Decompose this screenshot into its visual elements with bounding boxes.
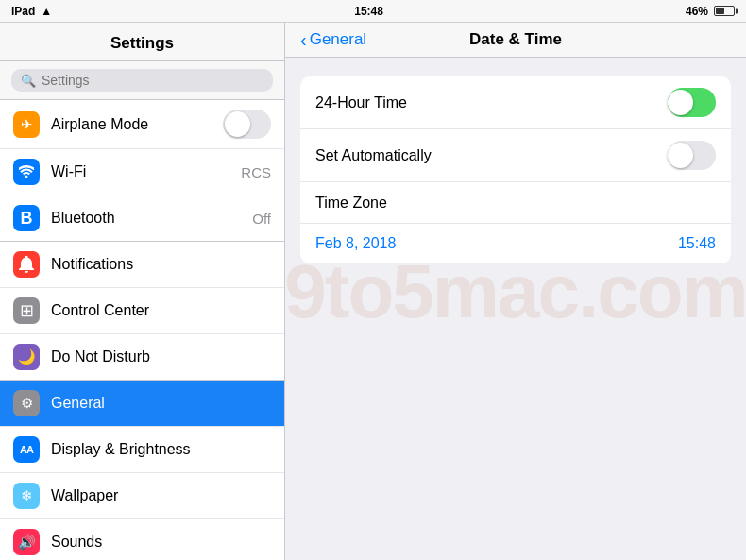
airplane-label: Airplane Mode: [51, 116, 212, 133]
wifi-icon: ▲: [41, 5, 52, 18]
general-icon: ⚙: [13, 390, 40, 416]
search-wrapper[interactable]: 🔍: [11, 69, 273, 92]
dnd-icon: 🌙: [13, 344, 40, 370]
sidebar-section-system: ⚙ General AA Display & Brightness ❄ Wall…: [0, 381, 284, 560]
sounds-icon: 🔊: [13, 529, 40, 555]
sidebar-section-alerts: Notifications ⊞ Control Center 🌙 Do Not …: [0, 242, 284, 381]
sounds-label: Sounds: [51, 534, 271, 551]
bluetooth-label: Bluetooth: [51, 210, 241, 227]
content-panel: 9to5mac.com ‹ General Date & Time 24-Hou…: [285, 23, 746, 560]
content-rows: 24-Hour Time Set Automatically Time Zone: [300, 76, 731, 282]
back-label: General: [310, 30, 366, 49]
sidebar-item-control[interactable]: ⊞ Control Center: [0, 288, 284, 334]
search-input[interactable]: [42, 73, 263, 88]
auto-toggle-knob: [668, 143, 693, 168]
status-bar: iPad ▲ 15:48 46%: [0, 0, 746, 23]
main-layout: Settings 🔍 ✈ Airplane Mode: [0, 23, 746, 560]
24hour-label: 24-Hour Time: [315, 94, 668, 111]
wifi-label: Wi-Fi: [51, 163, 229, 180]
date-time-row: Feb 8, 2018 15:48: [300, 224, 731, 263]
sidebar: Settings 🔍 ✈ Airplane Mode: [0, 23, 285, 560]
sidebar-item-notifications[interactable]: Notifications: [0, 242, 284, 288]
status-time: 15:48: [354, 5, 383, 18]
24hour-toggle[interactable]: [668, 88, 716, 117]
search-bar: 🔍: [0, 61, 284, 100]
row-auto: Set Automatically: [300, 129, 731, 182]
sidebar-item-wallpaper[interactable]: ❄ Wallpaper: [0, 473, 284, 519]
control-icon: ⊞: [13, 297, 40, 324]
airplane-icon: ✈: [13, 111, 40, 138]
sidebar-section-connectivity: ✈ Airplane Mode Wi-Fi RCS: [0, 100, 284, 242]
wallpaper-icon: ❄: [13, 483, 40, 509]
sidebar-item-dnd[interactable]: 🌙 Do Not Disturb: [0, 334, 284, 380]
battery-fill: [716, 8, 724, 14]
date-value: Feb 8, 2018: [315, 235, 396, 252]
bluetooth-icon: B: [13, 205, 40, 231]
row-timezone: Time Zone: [300, 182, 731, 224]
status-right: 46%: [686, 5, 735, 18]
sidebar-item-wifi[interactable]: Wi-Fi RCS: [0, 149, 284, 195]
sidebar-item-general[interactable]: ⚙ General: [0, 381, 284, 427]
sidebar-item-bluetooth[interactable]: B Bluetooth Off: [0, 195, 284, 241]
content-nav: ‹ General Date & Time: [285, 23, 746, 58]
sidebar-title: Settings: [0, 23, 284, 61]
sidebar-item-sounds[interactable]: 🔊 Sounds: [0, 519, 284, 560]
battery-bar: [714, 6, 735, 16]
status-left: iPad ▲: [11, 5, 52, 18]
airplane-toggle[interactable]: [223, 110, 271, 139]
row-24hour: 24-Hour Time: [300, 76, 731, 129]
notifications-label: Notifications: [51, 256, 271, 273]
back-button[interactable]: ‹ General: [300, 30, 366, 49]
content-title: Date & Time: [469, 30, 562, 49]
battery-percent: 46%: [686, 5, 708, 18]
display-label: Display & Brightness: [51, 441, 271, 458]
sidebar-item-display[interactable]: AA Display & Brightness: [0, 427, 284, 473]
notifications-icon: [13, 251, 40, 278]
ipad-label: iPad: [11, 5, 35, 18]
time-value: 15:48: [678, 235, 716, 252]
auto-toggle[interactable]: [668, 141, 716, 170]
content-card-main: 24-Hour Time Set Automatically Time Zone: [300, 76, 731, 263]
back-chevron-icon: ‹: [300, 30, 307, 49]
24hour-toggle-knob: [668, 90, 693, 115]
timezone-label: Time Zone: [315, 195, 716, 212]
airplane-toggle-knob: [225, 111, 250, 137]
control-label: Control Center: [51, 302, 271, 319]
general-label: General: [51, 395, 271, 412]
wifi-value: RCS: [241, 164, 271, 180]
sidebar-item-airplane[interactable]: ✈ Airplane Mode: [0, 100, 284, 149]
bluetooth-value: Off: [252, 211, 271, 227]
auto-label: Set Automatically: [315, 147, 668, 164]
wifi-icon: [13, 159, 40, 185]
display-icon: AA: [13, 436, 40, 463]
dnd-label: Do Not Disturb: [51, 348, 271, 365]
search-icon: 🔍: [21, 74, 36, 88]
sidebar-list: ✈ Airplane Mode Wi-Fi RCS: [0, 100, 284, 560]
wallpaper-label: Wallpaper: [51, 487, 271, 504]
